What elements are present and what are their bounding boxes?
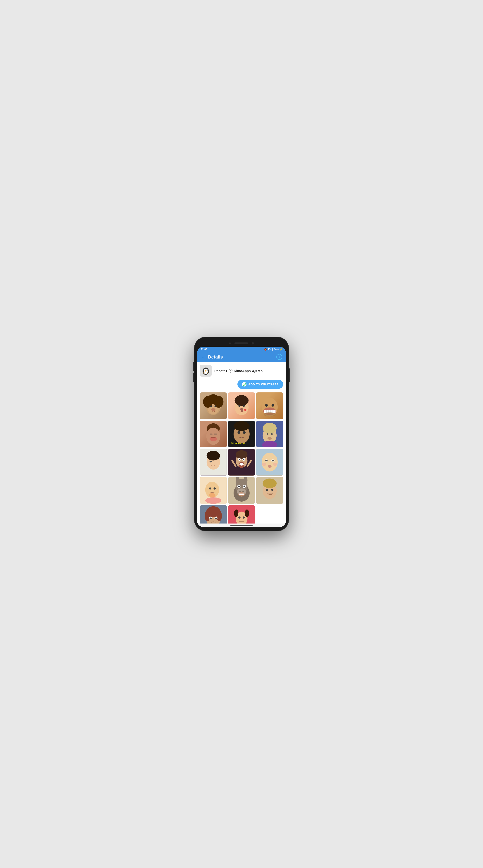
penguin-svg (201, 366, 210, 375)
sticker-7-image (200, 449, 227, 475)
home-indicator[interactable] (230, 525, 253, 526)
volume-down-button (193, 373, 194, 382)
sticker-10[interactable] (200, 477, 227, 504)
status-time: 21:09 (201, 348, 207, 350)
svg-point-7 (203, 373, 205, 373)
sticker-12[interactable] (256, 477, 283, 504)
play-icon[interactable]: ▶ (229, 369, 232, 373)
navigation-bar: ← Details i (197, 352, 286, 362)
phone-top-decoration (197, 341, 286, 347)
svg-point-82 (214, 487, 216, 489)
whatsapp-icon (242, 382, 247, 386)
sticker-14[interactable] (228, 505, 255, 524)
sticker-10-image (200, 477, 227, 504)
svg-point-74 (265, 460, 268, 462)
svg-point-44 (243, 431, 246, 434)
svg-point-48 (263, 423, 277, 433)
sticker-12-image (256, 477, 283, 504)
svg-point-119 (243, 517, 245, 519)
svg-point-96 (243, 491, 244, 492)
svg-point-102 (266, 489, 268, 491)
pack-header: Pacote1 ▶ KimoApps 4,9 Mo (200, 365, 283, 377)
sticker-2[interactable]: ♥ (228, 393, 255, 419)
sticker-13-image (200, 505, 227, 524)
svg-point-78 (268, 465, 272, 468)
sticker-2-image: ♥ (228, 393, 255, 419)
svg-point-19 (238, 405, 240, 407)
svg-point-22 (236, 409, 241, 412)
svg-point-4 (204, 370, 205, 370)
sticker-4[interactable] (200, 421, 227, 447)
pack-size: 4,9 Mo (252, 369, 263, 373)
pack-name-text: Pacote1 (214, 369, 227, 373)
svg-rect-98 (239, 494, 244, 495)
whatsapp-svg (243, 383, 246, 386)
sticker-grid: ♥ (200, 393, 283, 524)
svg-point-13 (207, 394, 219, 404)
sticker-11[interactable] (228, 477, 255, 504)
sticker-1[interactable] (200, 393, 227, 419)
sticker-1-image (200, 393, 227, 419)
add-button-container: ADD TO WHATSAPP (200, 380, 283, 389)
sticker-13[interactable] (200, 505, 227, 524)
status-bar: 21:09 🔕 4G ▐ 94% ⚡ (197, 347, 286, 352)
svg-point-67 (239, 463, 244, 466)
sticker-11-image (228, 477, 255, 504)
sticker-3[interactable] (256, 393, 283, 419)
sticker-9[interactable] (256, 449, 283, 475)
svg-point-20 (243, 405, 245, 407)
svg-point-77 (273, 463, 277, 466)
sticker-8[interactable] (228, 449, 255, 475)
network-icon: 4G (268, 348, 271, 350)
sticker-7[interactable] (200, 449, 227, 475)
volume-up-button (193, 362, 194, 371)
svg-point-101 (263, 478, 277, 488)
svg-point-92 (238, 486, 240, 487)
sticker-8-image (228, 449, 255, 475)
camera-dot (252, 342, 254, 344)
add-to-whatsapp-button[interactable]: ADD TO WHATSAPP (237, 380, 283, 389)
svg-point-95 (239, 491, 240, 492)
svg-point-118 (238, 517, 240, 519)
battery-icon: 94% (274, 348, 279, 350)
content-area: Pacote1 ▶ KimoApps 4,9 Mo ADD TO WHATSAP (197, 362, 286, 524)
back-button[interactable]: ← (201, 354, 205, 360)
sticker-6[interactable] (256, 421, 283, 447)
svg-point-15 (215, 405, 217, 407)
signal-icon: ▐ (272, 348, 273, 350)
svg-point-43 (237, 431, 240, 434)
svg-point-117 (245, 509, 249, 517)
sticker-5[interactable]: faz a sonsa (228, 421, 255, 447)
svg-point-112 (215, 518, 217, 519)
page-title: Details (208, 354, 276, 360)
svg-point-84 (209, 493, 215, 497)
sticker-9-image (256, 449, 283, 475)
svg-point-56 (209, 461, 211, 463)
earpiece (234, 342, 248, 344)
svg-point-111 (209, 518, 211, 519)
svg-point-83 (205, 497, 221, 504)
svg-point-71 (262, 453, 278, 471)
sticker-14-image (228, 505, 255, 524)
info-button[interactable]: i (276, 354, 282, 360)
mute-icon: 🔕 (264, 348, 267, 350)
pack-name: Pacote1 ▶ KimoApps 4,9 Mo (214, 369, 283, 373)
svg-text:♥: ♥ (244, 407, 247, 413)
power-button (289, 368, 290, 382)
svg-point-103 (272, 489, 274, 491)
status-icons: 🔕 4G ▐ 94% ⚡ (264, 348, 282, 350)
svg-point-116 (234, 509, 238, 517)
svg-point-18 (234, 395, 249, 406)
svg-point-51 (267, 437, 272, 440)
svg-point-64 (239, 459, 240, 460)
pack-author: KimoApps (234, 369, 251, 373)
svg-point-76 (262, 463, 266, 466)
phone-device: 21:09 🔕 4G ▐ 94% ⚡ ← Details i (194, 337, 289, 531)
battery-charging-icon: ⚡ (280, 348, 282, 350)
svg-point-61 (236, 450, 247, 459)
phone-screen: 21:09 🔕 4G ▐ 94% ⚡ ← Details i (197, 347, 286, 527)
svg-point-33 (264, 412, 276, 416)
home-indicator-bar (197, 524, 286, 527)
sticker-3-image (256, 393, 283, 419)
svg-point-25 (265, 404, 268, 407)
